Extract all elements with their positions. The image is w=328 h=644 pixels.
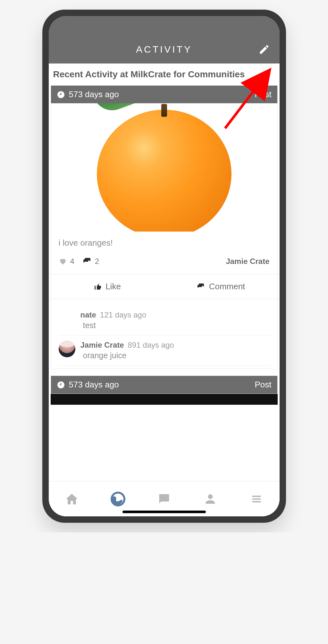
nav-profile[interactable] (201, 489, 220, 509)
clock-icon (57, 90, 65, 99)
like-count[interactable]: 4 (59, 257, 74, 266)
post-action-bar: Like Comment (51, 274, 277, 299)
post-header: 573 days ago Post (51, 376, 277, 394)
comment-item[interactable]: nate 121 days ago test (59, 305, 270, 335)
home-icon (65, 492, 79, 506)
post-type-label: Post (255, 380, 271, 390)
post-stats: 4 2 Jamie Crate (59, 257, 270, 271)
comment-item[interactable]: Jamie Crate 891 days ago orange juice (59, 335, 270, 366)
comment-author: nate (80, 310, 96, 319)
post-type-label: Post (255, 89, 271, 99)
phone-screen: ACTIVITY Recent Activity at MilkCrate fo… (49, 16, 280, 516)
post-image-peek (51, 394, 278, 405)
bottom-nav (49, 481, 280, 516)
post-text: i love oranges! (59, 238, 270, 248)
comment-text: test (80, 321, 270, 330)
post-timestamp: 573 days ago (69, 89, 119, 99)
profile-icon (203, 492, 217, 506)
clock-icon (57, 381, 65, 389)
post-image[interactable] (51, 103, 277, 232)
pencil-icon (258, 44, 270, 55)
globe-icon (110, 491, 126, 507)
home-indicator (122, 511, 206, 513)
post-timestamp: 573 days ago (69, 380, 119, 390)
post-card: 573 days ago Post (51, 376, 278, 394)
leaf-graphic (94, 103, 137, 116)
comment-time: 121 days ago (100, 310, 146, 319)
comment-time: 891 days ago (128, 341, 174, 350)
comment-icon (196, 283, 205, 291)
post-card: 573 days ago Post i love oranges! 4 (51, 85, 278, 369)
comment-author: Jamie Crate (80, 341, 124, 350)
section-title: Recent Activity at MilkCrate for Communi… (49, 64, 280, 85)
comment-count[interactable]: 2 (82, 257, 99, 266)
comment-button[interactable]: Comment (164, 275, 277, 299)
menu-icon (250, 493, 263, 505)
page-title: ACTIVITY (136, 44, 192, 55)
feed-content[interactable]: Recent Activity at MilkCrate for Communi… (49, 64, 280, 481)
thumbs-up-icon (94, 283, 102, 291)
comments-icon (82, 257, 92, 266)
nav-home[interactable] (62, 489, 81, 509)
like-button[interactable]: Like (51, 275, 164, 299)
nav-globe[interactable] (108, 489, 128, 509)
post-comments: nate 121 days ago test Jamie Crate 891 d… (51, 299, 277, 369)
nav-menu[interactable] (247, 489, 266, 509)
orange-graphic (97, 110, 231, 232)
status-bar (49, 16, 280, 35)
chat-icon (157, 492, 172, 506)
comment-text: orange juice (80, 351, 270, 360)
phone-frame: ACTIVITY Recent Activity at MilkCrate fo… (42, 10, 286, 523)
compose-button[interactable] (258, 44, 270, 55)
avatar (59, 341, 75, 357)
nav-chat[interactable] (155, 489, 174, 509)
post-header: 573 days ago Post (51, 86, 277, 103)
post-author[interactable]: Jamie Crate (226, 257, 269, 266)
avatar (59, 310, 75, 327)
heart-icon (59, 257, 67, 266)
app-header: ACTIVITY (49, 35, 280, 64)
